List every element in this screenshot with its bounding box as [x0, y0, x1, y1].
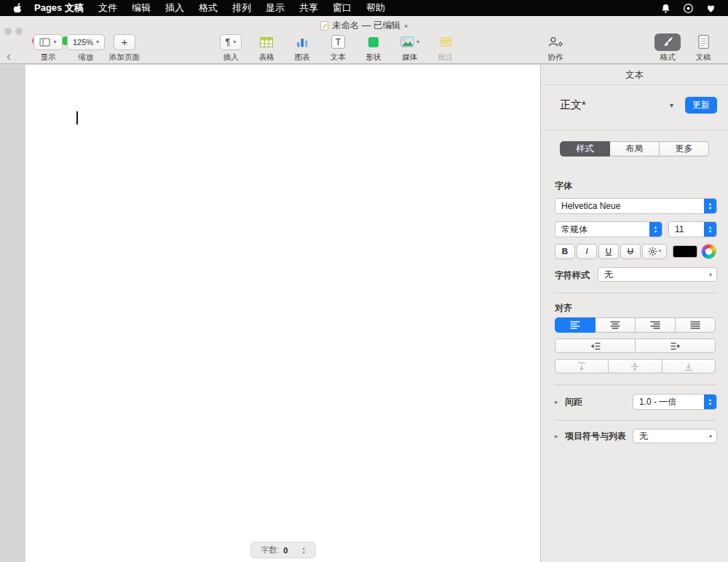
bold-button[interactable]: B	[555, 244, 575, 259]
font-style-stepper[interactable]: ▴ ▾	[649, 222, 662, 237]
back-chevron[interactable]: ‹	[7, 50, 11, 63]
document-label: 文稿	[696, 52, 711, 63]
shape-icon	[368, 36, 379, 48]
paragraph-style-dropdown-icon[interactable]: ▾	[670, 101, 673, 109]
document-button[interactable]: 文稿	[687, 33, 719, 63]
align-right-button[interactable]	[636, 317, 676, 333]
align-right-icon	[650, 320, 660, 330]
chart-button[interactable]: 图表	[286, 33, 318, 63]
heart-icon[interactable]	[705, 3, 716, 14]
pages-doc-icon	[320, 21, 328, 31]
view-label: 显示	[41, 52, 56, 63]
outdent-button[interactable]	[555, 339, 636, 353]
font-size-select[interactable]: 11 ▴ ▾	[668, 221, 717, 237]
stepper-down-icon: ▾	[709, 206, 711, 211]
menu-item-insert[interactable]: 插入	[158, 0, 191, 16]
tab-layout[interactable]: 布局	[610, 141, 660, 157]
font-family-select[interactable]: Helvetica Neue ▴ ▾	[555, 198, 717, 214]
alignment-label: 对齐	[555, 302, 572, 314]
insert-button[interactable]: ¶ ▾ 插入	[215, 33, 247, 63]
comment-label: 批注	[438, 52, 454, 63]
bold-glyph: B	[562, 247, 568, 256]
bell-icon[interactable]	[660, 3, 671, 14]
font-family-stepper[interactable]: ▴ ▾	[704, 199, 716, 213]
plus-icon: +	[122, 36, 128, 47]
align-center-button[interactable]	[596, 317, 636, 333]
text-label: 文本	[331, 52, 346, 63]
media-button[interactable]: ▾ 媒体	[392, 33, 428, 63]
chevron-down-icon: ▾	[416, 39, 419, 45]
menu-item-window[interactable]: 窗口	[325, 0, 359, 16]
format-inspector: 文本 正文* ▾ 更新 样式 布局 更多 字体 Helvetica Neue ▴…	[540, 65, 728, 562]
tab-style[interactable]: 样式	[560, 141, 610, 157]
collaborate-button[interactable]: 协作	[539, 33, 571, 63]
align-justify-button[interactable]	[676, 317, 716, 333]
word-count-stepper[interactable]: ▴ ▾	[302, 546, 304, 555]
menu-bar-status-icons	[660, 3, 719, 14]
stepper-down-icon: ▾	[302, 550, 304, 555]
outdent-icon	[590, 341, 601, 351]
font-size-stepper[interactable]: ▴ ▾	[704, 222, 716, 237]
divider	[555, 293, 716, 293]
text-box-button[interactable]: T 文本	[322, 33, 354, 63]
color-wheel-button[interactable]	[701, 244, 716, 259]
alignment-segmented-control	[555, 317, 716, 333]
vertical-align-bottom-button	[662, 359, 716, 373]
add-page-button[interactable]: + 添加页面	[104, 33, 145, 63]
apple-menu-icon[interactable]	[12, 3, 23, 14]
bullets-select[interactable]: 无 ▾	[633, 429, 717, 443]
underline-glyph: U	[606, 247, 612, 256]
spacing-disclosure-icon[interactable]: ▸	[555, 398, 558, 405]
document-icon	[698, 35, 709, 49]
char-style-select[interactable]: 无 ▾	[598, 267, 717, 282]
strikethrough-button[interactable]: U	[620, 244, 641, 259]
window-title[interactable]: 未命名 — 已编辑 ▾	[0, 20, 728, 32]
window-chrome: 未命名 — 已编辑 ▾ ▾ 显示 125% ▾ 缩放 +	[0, 16, 728, 64]
menu-item-help[interactable]: 帮助	[359, 0, 392, 16]
align-left-icon	[570, 320, 580, 330]
title-chevron-icon[interactable]: ▾	[404, 23, 408, 30]
table-icon	[260, 37, 273, 47]
indent-button[interactable]	[636, 339, 716, 353]
view-button[interactable]: ▾ 显示	[32, 33, 64, 63]
italic-button[interactable]: I	[577, 244, 597, 259]
menu-item-file[interactable]: 文件	[91, 0, 124, 16]
bullets-label: 项目符号与列表	[565, 430, 626, 443]
left-margin-strip	[0, 65, 25, 562]
menu-item-view[interactable]: 显示	[258, 0, 292, 16]
format-button[interactable]: 格式	[652, 33, 684, 63]
update-style-button[interactable]: 更新	[685, 97, 717, 114]
menu-item-share[interactable]: 共享	[292, 0, 325, 16]
paragraph-style-value[interactable]: 正文*	[560, 98, 586, 112]
tab-more[interactable]: 更多	[660, 141, 709, 157]
zoom-value: 125%	[73, 38, 93, 47]
chevron-down-icon: ▾	[233, 39, 236, 45]
char-style-value: 无	[604, 269, 613, 281]
underline-button[interactable]: U	[598, 244, 619, 259]
zoom-button[interactable]: 125% ▾ 缩放	[67, 33, 105, 63]
divider	[541, 130, 728, 130]
align-left-button[interactable]	[555, 317, 596, 333]
spacing-stepper[interactable]: ▴ ▾	[704, 395, 716, 409]
chevron-down-icon: ▾	[53, 39, 56, 45]
spacing-select[interactable]: 1.0 - 一倍 ▴ ▾	[633, 394, 717, 410]
gear-icon	[648, 247, 657, 256]
chevron-down-icon: ▾	[96, 39, 99, 45]
text-color-well[interactable]	[673, 245, 697, 258]
menu-item-edit[interactable]: 编辑	[124, 0, 158, 16]
char-style-label: 字符样式	[555, 269, 590, 282]
menu-app-name[interactable]: Pages 文稿	[27, 0, 91, 16]
font-style-select[interactable]: 常规体 ▴ ▾	[555, 221, 662, 237]
insert-label: 插入	[223, 52, 239, 63]
word-count-pill[interactable]: 字数: 0 ▴ ▾	[250, 542, 315, 558]
document-canvas[interactable]: 字数: 0 ▴ ▾	[25, 65, 540, 562]
bullets-disclosure-icon[interactable]: ▸	[555, 432, 558, 440]
menu-item-format[interactable]: 格式	[191, 0, 225, 16]
shape-button[interactable]: 形状	[357, 33, 389, 63]
chevron-down-icon: ▾	[709, 272, 712, 278]
menu-item-arrange[interactable]: 排列	[225, 0, 258, 16]
table-button[interactable]: 表格	[250, 33, 282, 63]
circle-badge-icon[interactable]	[683, 3, 694, 14]
window-title-text: 未命名 — 已编辑	[332, 20, 400, 32]
advanced-options-button[interactable]: ▾	[642, 244, 667, 259]
